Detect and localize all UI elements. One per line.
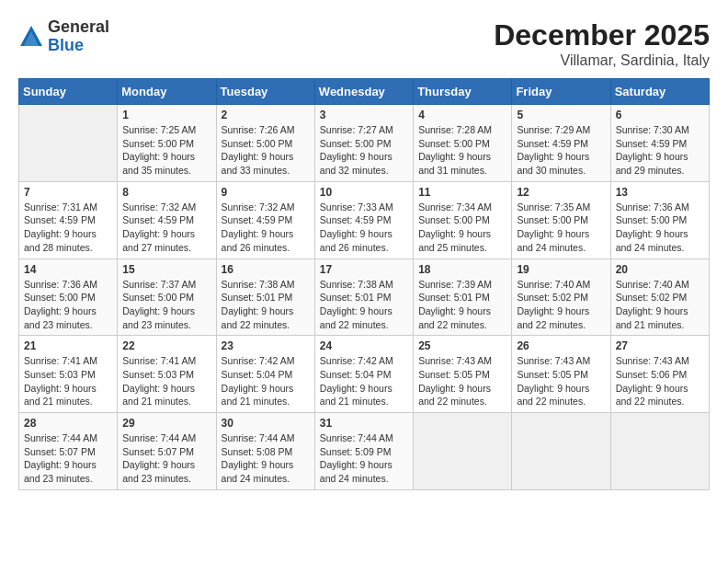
day-info: Sunrise: 7:38 AMSunset: 5:01 PMDaylight:… [320,278,408,332]
day-info: Sunrise: 7:41 AMSunset: 5:03 PMDaylight:… [122,354,210,408]
day-number: 31 [320,417,408,430]
day-info: Sunrise: 7:33 AMSunset: 4:59 PMDaylight:… [320,201,408,255]
calendar-week-row: 7Sunrise: 7:31 AMSunset: 4:59 PMDaylight… [19,181,710,259]
calendar-cell: 1Sunrise: 7:25 AMSunset: 5:00 PMDaylight… [118,105,216,182]
day-info: Sunrise: 7:41 AMSunset: 5:03 PMDaylight:… [24,354,112,408]
day-info: Sunrise: 7:44 AMSunset: 5:07 PMDaylight:… [24,431,112,486]
calendar-cell [19,105,118,182]
calendar-cell: 13Sunrise: 7:36 AMSunset: 5:00 PMDayligh… [610,181,709,259]
calendar-week-row: 21Sunrise: 7:41 AMSunset: 5:03 PMDayligh… [19,336,710,413]
day-number: 8 [122,186,210,199]
day-number: 29 [122,417,210,430]
day-number: 4 [418,109,506,121]
day-number: 23 [222,339,310,352]
month-title: December 2025 [494,18,710,52]
weekday-header: Friday [512,79,610,105]
day-number: 5 [517,109,605,121]
calendar-cell: 5Sunrise: 7:29 AMSunset: 4:59 PMDaylight… [512,105,610,182]
calendar-cell: 19Sunrise: 7:40 AMSunset: 5:02 PMDayligh… [512,259,610,336]
day-info: Sunrise: 7:43 AMSunset: 5:06 PMDaylight:… [616,354,704,408]
day-number: 18 [418,263,506,276]
calendar-cell [512,413,610,490]
day-info: Sunrise: 7:30 AMSunset: 4:59 PMDaylight:… [616,123,704,178]
calendar-cell: 25Sunrise: 7:43 AMSunset: 5:05 PMDayligh… [414,336,512,413]
day-number: 16 [222,263,310,276]
calendar-cell: 2Sunrise: 7:26 AMSunset: 5:00 PMDaylight… [216,105,314,182]
title-area: December 2025 Villamar, Sardinia, Italy [494,18,710,69]
day-info: Sunrise: 7:42 AMSunset: 5:04 PMDaylight:… [320,354,408,408]
day-number: 12 [517,186,605,199]
day-number: 25 [418,339,506,352]
day-info: Sunrise: 7:36 AMSunset: 5:00 PMDaylight:… [24,278,112,332]
day-info: Sunrise: 7:29 AMSunset: 4:59 PMDaylight:… [517,123,605,178]
calendar-cell: 3Sunrise: 7:27 AMSunset: 5:00 PMDaylight… [314,105,413,182]
day-info: Sunrise: 7:35 AMSunset: 5:00 PMDaylight:… [517,201,605,255]
calendar-cell: 23Sunrise: 7:42 AMSunset: 5:04 PMDayligh… [216,336,314,413]
calendar-cell: 21Sunrise: 7:41 AMSunset: 5:03 PMDayligh… [19,336,118,413]
calendar-cell: 11Sunrise: 7:34 AMSunset: 5:00 PMDayligh… [414,181,512,259]
logo-icon [18,24,44,50]
calendar-cell: 9Sunrise: 7:32 AMSunset: 4:59 PMDaylight… [216,181,314,259]
day-info: Sunrise: 7:36 AMSunset: 5:00 PMDaylight:… [616,201,704,255]
calendar-cell [610,413,709,490]
logo-text: General Blue [48,18,109,55]
day-number: 26 [517,339,605,352]
day-info: Sunrise: 7:42 AMSunset: 5:04 PMDaylight:… [222,354,310,408]
day-number: 19 [517,263,605,276]
logo-blue: Blue [48,36,84,54]
day-number: 22 [122,339,210,352]
day-number: 1 [122,109,210,121]
day-info: Sunrise: 7:26 AMSunset: 5:00 PMDaylight:… [222,123,310,178]
day-info: Sunrise: 7:43 AMSunset: 5:05 PMDaylight:… [517,354,605,408]
calendar-cell: 30Sunrise: 7:44 AMSunset: 5:08 PMDayligh… [216,413,314,490]
calendar-week-row: 28Sunrise: 7:44 AMSunset: 5:07 PMDayligh… [19,413,710,490]
day-number: 28 [24,417,112,430]
calendar-week-row: 1Sunrise: 7:25 AMSunset: 5:00 PMDaylight… [19,105,710,182]
calendar-header-row: SundayMondayTuesdayWednesdayThursdayFrid… [19,79,710,105]
weekday-header: Saturday [610,79,709,105]
calendar-cell: 8Sunrise: 7:32 AMSunset: 4:59 PMDaylight… [118,181,216,259]
logo: General Blue [18,18,109,55]
day-info: Sunrise: 7:27 AMSunset: 5:00 PMDaylight:… [320,123,408,178]
day-info: Sunrise: 7:39 AMSunset: 5:01 PMDaylight:… [418,278,506,332]
calendar-cell: 10Sunrise: 7:33 AMSunset: 4:59 PMDayligh… [314,181,413,259]
calendar-cell: 24Sunrise: 7:42 AMSunset: 5:04 PMDayligh… [314,336,413,413]
calendar-table: SundayMondayTuesdayWednesdayThursdayFrid… [18,78,710,490]
calendar-cell: 31Sunrise: 7:44 AMSunset: 5:09 PMDayligh… [314,413,413,490]
calendar-cell: 28Sunrise: 7:44 AMSunset: 5:07 PMDayligh… [19,413,118,490]
day-number: 27 [616,339,704,352]
calendar-cell: 18Sunrise: 7:39 AMSunset: 5:01 PMDayligh… [414,259,512,336]
day-info: Sunrise: 7:25 AMSunset: 5:00 PMDaylight:… [122,123,210,178]
day-info: Sunrise: 7:40 AMSunset: 5:02 PMDaylight:… [616,278,704,332]
day-info: Sunrise: 7:44 AMSunset: 5:09 PMDaylight:… [320,431,408,486]
day-info: Sunrise: 7:38 AMSunset: 5:01 PMDaylight:… [222,278,310,332]
calendar-cell: 29Sunrise: 7:44 AMSunset: 5:07 PMDayligh… [118,413,216,490]
day-number: 13 [616,186,704,199]
day-number: 7 [24,186,112,199]
calendar-cell: 12Sunrise: 7:35 AMSunset: 5:00 PMDayligh… [512,181,610,259]
day-info: Sunrise: 7:44 AMSunset: 5:08 PMDaylight:… [222,431,310,486]
calendar-cell: 26Sunrise: 7:43 AMSunset: 5:05 PMDayligh… [512,336,610,413]
day-number: 2 [222,109,310,121]
day-number: 6 [616,109,704,121]
day-number: 20 [616,263,704,276]
day-number: 3 [320,109,408,121]
calendar-cell [414,413,512,490]
calendar-cell: 7Sunrise: 7:31 AMSunset: 4:59 PMDaylight… [19,181,118,259]
weekday-header: Wednesday [314,79,413,105]
day-info: Sunrise: 7:40 AMSunset: 5:02 PMDaylight:… [517,278,605,332]
weekday-header: Monday [118,79,216,105]
day-number: 9 [222,186,310,199]
location: Villamar, Sardinia, Italy [494,52,710,69]
day-info: Sunrise: 7:28 AMSunset: 5:00 PMDaylight:… [418,123,506,178]
day-number: 21 [24,339,112,352]
day-info: Sunrise: 7:43 AMSunset: 5:05 PMDaylight:… [418,354,506,408]
day-number: 30 [222,417,310,430]
logo-general: General [48,17,109,36]
day-number: 14 [24,263,112,276]
page-header: General Blue December 2025 Villamar, Sar… [18,18,710,69]
day-number: 17 [320,263,408,276]
day-info: Sunrise: 7:34 AMSunset: 5:00 PMDaylight:… [418,201,506,255]
day-number: 15 [122,263,210,276]
weekday-header: Thursday [414,79,512,105]
